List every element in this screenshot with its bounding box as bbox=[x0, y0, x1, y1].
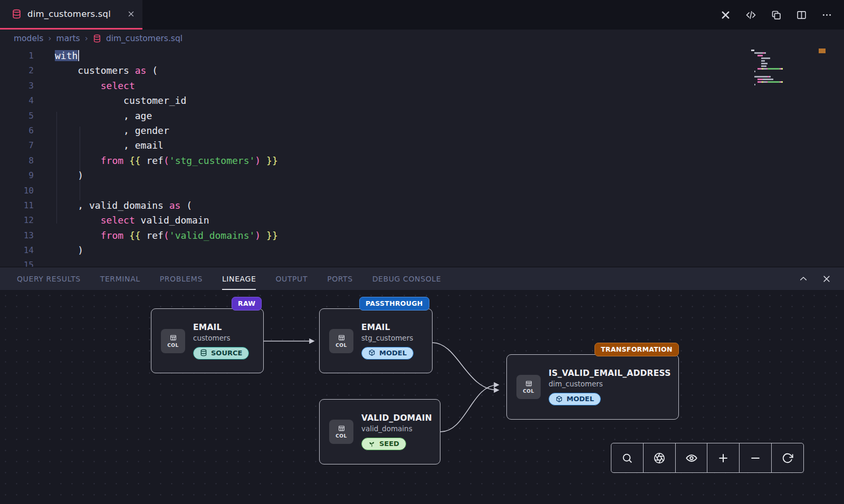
code-line[interactable]: , gender bbox=[55, 123, 278, 138]
table-icon bbox=[169, 334, 177, 341]
column-chip: COL bbox=[516, 375, 541, 399]
minimap-line bbox=[751, 86, 810, 88]
code-token: as bbox=[169, 200, 181, 211]
overview-ruler-marker bbox=[819, 49, 826, 53]
tab-title: dim_customers.sql bbox=[27, 9, 111, 19]
cube-icon bbox=[368, 349, 376, 356]
code-line[interactable]: , valid_domains as ( bbox=[55, 198, 278, 213]
code-token bbox=[123, 155, 129, 166]
model-badge[interactable]: MODEL bbox=[361, 347, 414, 360]
breadcrumb-item[interactable]: models bbox=[14, 34, 43, 43]
minimap-line bbox=[751, 81, 810, 83]
open-preview-icon[interactable] bbox=[771, 9, 782, 21]
minus-icon bbox=[750, 452, 761, 464]
source-badge[interactable]: SOURCE bbox=[193, 347, 249, 360]
zoom-in-button[interactable] bbox=[707, 443, 740, 472]
code-token: }} bbox=[266, 230, 278, 241]
breadcrumb-item[interactable]: marts bbox=[56, 34, 80, 43]
dbt-icon[interactable] bbox=[720, 9, 731, 21]
table-icon bbox=[338, 425, 346, 432]
minimap-line bbox=[751, 76, 810, 77]
code-line[interactable]: select valid_domain bbox=[55, 213, 278, 228]
panel-tab-terminal[interactable]: TERMINAL bbox=[100, 267, 140, 290]
editor-actions bbox=[720, 0, 844, 30]
lineage-canvas[interactable]: RAW COL EMAIL customers SOURCE PASSTHROU… bbox=[0, 290, 844, 504]
panel-tab-ports[interactable]: PORTS bbox=[327, 267, 353, 290]
aperture-icon bbox=[654, 452, 665, 464]
code-line[interactable]: , email bbox=[55, 138, 278, 153]
code-token: customers bbox=[55, 65, 135, 76]
column-chip: COL bbox=[329, 420, 353, 444]
code-token bbox=[55, 215, 101, 226]
minimap[interactable] bbox=[751, 50, 810, 89]
code-token bbox=[55, 80, 101, 91]
code-line[interactable] bbox=[55, 258, 278, 267]
minimap-line bbox=[751, 63, 810, 64]
refresh-button[interactable] bbox=[772, 443, 803, 472]
eye-icon bbox=[686, 452, 697, 464]
chip-label: COL bbox=[523, 389, 534, 394]
search-icon bbox=[621, 452, 633, 464]
code-token bbox=[123, 230, 129, 241]
code-line[interactable]: with bbox=[55, 49, 278, 63]
breadcrumb-item[interactable]: dim_customers.sql bbox=[106, 34, 183, 43]
line-number: 13 bbox=[0, 228, 34, 243]
plus-icon bbox=[717, 452, 729, 464]
lineage-node-customers-email[interactable]: RAW COL EMAIL customers SOURCE bbox=[151, 308, 264, 373]
panel-tab-query-results[interactable]: QUERY RESULTS bbox=[17, 267, 81, 290]
split-editor-icon[interactable] bbox=[796, 9, 807, 21]
line-number: 8 bbox=[0, 153, 34, 168]
code-token: select bbox=[101, 215, 135, 226]
lineage-node-stg-customers-email[interactable]: PASSTHROUGH COL EMAIL stg_customers MODE… bbox=[319, 308, 433, 373]
aperture-button[interactable] bbox=[644, 443, 676, 472]
close-panel-icon[interactable] bbox=[822, 274, 831, 284]
tag-transformation: TRANSFORMATION bbox=[594, 343, 679, 356]
panel-tab-debug-console[interactable]: DEBUG CONSOLE bbox=[372, 267, 441, 290]
panel-tab-problems[interactable]: PROBLEMS bbox=[160, 267, 203, 290]
code-token: ref bbox=[141, 155, 164, 166]
node-title: IS_VALID_EMAIL_ADDRESS bbox=[549, 369, 671, 378]
seed-badge[interactable]: SEED bbox=[361, 438, 406, 450]
code-token: from bbox=[101, 155, 123, 166]
code-line[interactable]: select bbox=[55, 79, 278, 93]
code-line[interactable]: ) bbox=[55, 168, 278, 183]
code-line[interactable]: , age bbox=[55, 109, 278, 123]
line-number: 9 bbox=[0, 168, 34, 183]
code-token: ) bbox=[55, 170, 83, 181]
edge-stg-to-dim bbox=[433, 343, 498, 390]
tab-close-icon[interactable] bbox=[127, 10, 135, 18]
database-icon bbox=[93, 34, 101, 43]
lineage-toolbar bbox=[611, 443, 804, 473]
code-token: ref bbox=[141, 230, 164, 241]
code-line[interactable]: from {{ ref('stg_customers') }} bbox=[55, 153, 278, 168]
panel-tab-output[interactable]: OUTPUT bbox=[275, 267, 308, 290]
code-line[interactable]: from {{ ref('valid_domains') }} bbox=[55, 228, 278, 243]
panel-tab-lineage[interactable]: LINEAGE bbox=[222, 267, 256, 290]
search-button[interactable] bbox=[611, 443, 644, 472]
line-number: 6 bbox=[0, 123, 34, 138]
visibility-button[interactable] bbox=[676, 443, 708, 472]
code-line[interactable]: ) bbox=[55, 243, 278, 258]
minimap-line bbox=[751, 73, 810, 75]
code-editor[interactable]: 123456789101112131415 with customers as … bbox=[0, 47, 844, 267]
minimap-line bbox=[751, 52, 810, 54]
code-token: {{ bbox=[129, 155, 141, 166]
refresh-icon bbox=[782, 452, 793, 464]
code-token: with bbox=[55, 50, 78, 61]
code-line[interactable] bbox=[55, 183, 278, 198]
lineage-node-dim-customers[interactable]: TRANSFORMATION COL IS_VALID_EMAIL_ADDRES… bbox=[506, 354, 679, 420]
table-icon bbox=[338, 334, 346, 341]
breadcrumb-separator: › bbox=[85, 34, 88, 43]
model-badge[interactable]: MODEL bbox=[549, 393, 601, 405]
code-line[interactable]: customers as ( bbox=[55, 63, 278, 78]
minimap-line bbox=[751, 55, 810, 56]
tab-dim-customers[interactable]: dim_customers.sql bbox=[0, 0, 142, 30]
zoom-out-button[interactable] bbox=[740, 443, 772, 472]
more-actions-icon[interactable] bbox=[821, 9, 832, 21]
chevron-up-icon[interactable] bbox=[799, 274, 808, 284]
inline-code-icon[interactable] bbox=[745, 9, 756, 21]
code-line[interactable]: customer_id bbox=[55, 93, 278, 108]
code-token: customer_id bbox=[55, 95, 186, 106]
lineage-node-valid-domains[interactable]: COL VALID_DOMAIN valid_domains SEED bbox=[319, 399, 440, 464]
panel-tabs: QUERY RESULTSTERMINALPROBLEMSLINEAGEOUTP… bbox=[0, 267, 441, 290]
